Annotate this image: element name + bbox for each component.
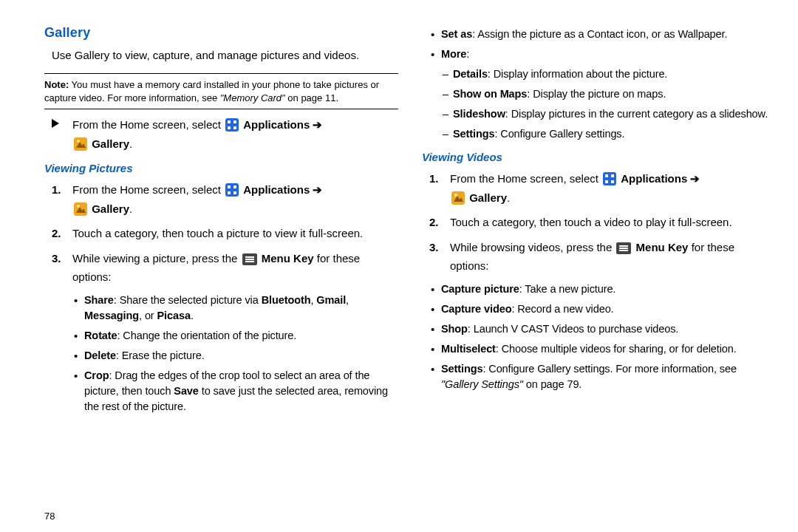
note-block: Note: You must have a memory card instal… bbox=[44, 73, 398, 109]
vp-option-list: Share: Share the selected picture via Bl… bbox=[44, 293, 398, 415]
note-label: Note: bbox=[44, 79, 69, 90]
gallery-icon bbox=[451, 191, 465, 205]
gallery-icon bbox=[74, 137, 87, 151]
share-messaging: Messaging bbox=[84, 310, 139, 321]
svg-rect-20 bbox=[603, 172, 616, 185]
vv-step3-prefix: While browsing videos, press the bbox=[450, 241, 615, 253]
vp-step1-apps: Applications bbox=[243, 183, 310, 196]
vv-step2-num: 2. bbox=[429, 213, 439, 232]
share-comma2: , bbox=[346, 294, 349, 306]
left-column: Gallery Use Gallery to view, capture, an… bbox=[44, 22, 398, 419]
more-settings: Settings: Configure Gallery settings. bbox=[403, 126, 776, 142]
vv-step1-num: 1. bbox=[429, 169, 439, 188]
vp-option-list-cont: Set as: Assign the picture as a Contact … bbox=[422, 27, 776, 62]
vp-bullet-setas: Set as: Assign the picture as a Contact … bbox=[422, 27, 776, 42]
vv-step1-period: . bbox=[507, 191, 510, 204]
svg-rect-22 bbox=[605, 180, 608, 183]
vv-step1-apps: Applications bbox=[621, 172, 687, 185]
share-rest: : Share the selected picture via bbox=[114, 294, 262, 306]
vvsettings-label: Settings bbox=[441, 363, 482, 375]
svg-rect-0 bbox=[225, 118, 239, 132]
vv-step1-arrow: ➔ bbox=[687, 172, 700, 185]
share-picasa: Picasa bbox=[157, 310, 191, 321]
svg-rect-30 bbox=[619, 248, 628, 249]
vp-step2-text: Touch a category, then touch a picture t… bbox=[72, 227, 363, 239]
nav-step-arrow: ➔ bbox=[310, 118, 322, 131]
vv-step1-gallery: Gallery bbox=[469, 191, 507, 204]
menu-key-icon bbox=[242, 253, 257, 265]
note-tail: on page 11. bbox=[285, 92, 338, 103]
vv-step3-menu: Menu Key bbox=[636, 241, 689, 253]
setas-rest: : Assign the picture as a Contact icon, … bbox=[472, 28, 727, 40]
rotate-rest: : Change the orientation of the picture. bbox=[117, 330, 297, 341]
capvid-rest: : Record a new video. bbox=[511, 303, 613, 315]
vp-step-1: 1. From the Home screen, select Applicat… bbox=[44, 180, 398, 218]
svg-rect-23 bbox=[611, 174, 614, 177]
vp-bullet-delete: Delete: Erase the picture. bbox=[44, 348, 398, 364]
svg-rect-2 bbox=[228, 126, 231, 129]
more-rest: : bbox=[466, 48, 469, 60]
share-bluetooth: Bluetooth bbox=[262, 294, 311, 306]
svg-rect-10 bbox=[228, 191, 231, 194]
moresettings-rest: : Configure Gallery settings. bbox=[494, 128, 624, 140]
slideshow-label: Slideshow bbox=[453, 108, 505, 120]
nav-step-gallery: Gallery bbox=[92, 137, 129, 150]
applications-icon bbox=[225, 118, 239, 132]
vvsettings-tail: on page 79. bbox=[523, 378, 582, 390]
svg-rect-12 bbox=[233, 191, 236, 194]
svg-rect-29 bbox=[619, 245, 628, 247]
details-label: Details bbox=[453, 68, 488, 80]
multi-label: Multiselect bbox=[441, 343, 496, 355]
delete-rest: : Erase the picture. bbox=[116, 349, 205, 361]
menu-key-icon bbox=[616, 242, 631, 254]
svg-rect-24 bbox=[611, 180, 614, 183]
nav-step: From the Home screen, select Application… bbox=[44, 115, 398, 153]
vp-step2-num: 2. bbox=[52, 224, 61, 243]
subhead-viewing-videos: Viewing Videos bbox=[422, 151, 776, 163]
svg-point-7 bbox=[77, 140, 80, 143]
vp-step1-prefix: From the Home screen, select bbox=[72, 183, 224, 196]
vvsettings-rest: : Configure Gallery settings. For more i… bbox=[482, 363, 736, 375]
slideshow-rest: : Display pictures in the current catego… bbox=[505, 108, 768, 120]
vv-option-list: Capture picture: Take a new picture. Cap… bbox=[422, 282, 776, 392]
svg-rect-19 bbox=[245, 261, 254, 262]
capvid-label: Capture video bbox=[441, 303, 511, 315]
more-sublist: Details: Display information about the p… bbox=[403, 66, 776, 142]
details-rest: : Display information about the picture. bbox=[488, 68, 667, 80]
vv-step-2: 2. Touch a category, then touch a video … bbox=[422, 213, 776, 232]
share-gmail: Gmail bbox=[316, 294, 346, 306]
section-intro: Use Gallery to view, capture, and manage… bbox=[52, 48, 398, 63]
delete-label: Delete bbox=[84, 349, 116, 361]
showmap-rest: : Display the picture on maps. bbox=[527, 88, 666, 100]
cappic-rest: : Take a new picture. bbox=[519, 283, 616, 295]
multi-rest: : Choose multiple videos for sharing, or… bbox=[496, 343, 737, 355]
crop-label: Crop bbox=[84, 369, 109, 381]
svg-rect-4 bbox=[233, 126, 236, 129]
moresettings-label: Settings bbox=[453, 128, 494, 140]
svg-rect-18 bbox=[245, 259, 254, 260]
vp-step1-arrow: ➔ bbox=[310, 183, 322, 196]
vp-step1-gallery: Gallery bbox=[92, 202, 129, 215]
note-xref: "Memory Card" bbox=[220, 92, 285, 103]
applications-icon bbox=[603, 172, 616, 185]
shop-rest: : Launch V CAST Videos to purchase video… bbox=[468, 323, 678, 335]
share-label: Share bbox=[84, 294, 114, 306]
svg-rect-9 bbox=[228, 185, 231, 188]
vp-step1-num: 1. bbox=[52, 180, 61, 200]
subhead-viewing-pictures: Viewing Pictures bbox=[44, 162, 398, 174]
vp-bullet-rotate: Rotate: Change the orientation of the pi… bbox=[44, 328, 398, 344]
svg-point-27 bbox=[454, 194, 457, 197]
share-end: . bbox=[191, 310, 194, 321]
vv-step1-prefix: From the Home screen, select bbox=[450, 172, 601, 185]
cappic-label: Capture picture bbox=[441, 283, 519, 295]
showmap-label: Show on Maps bbox=[453, 88, 527, 100]
svg-rect-31 bbox=[619, 250, 628, 251]
svg-rect-1 bbox=[228, 120, 231, 123]
vp-step-3: 3. While viewing a picture, press the Me… bbox=[44, 249, 398, 287]
share-or: , or bbox=[139, 310, 157, 321]
nav-step-prefix: From the Home screen, select bbox=[72, 118, 224, 131]
vv-bullet-multiselect: Multiselect: Choose multiple videos for … bbox=[422, 341, 776, 357]
page-number: 78 bbox=[44, 511, 55, 522]
svg-rect-3 bbox=[233, 120, 236, 123]
svg-rect-11 bbox=[233, 185, 236, 188]
